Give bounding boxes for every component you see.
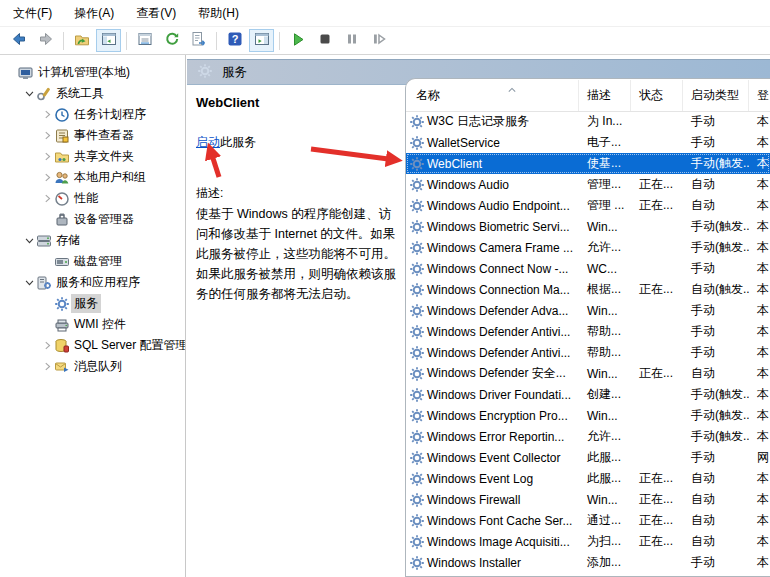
table-row[interactable]: W3C 日志记录服务为 In...手动本 [406, 111, 770, 132]
chevron-right-icon[interactable] [40, 109, 54, 120]
refresh-button[interactable] [159, 29, 184, 52]
table-row[interactable]: Windows Connection Ma...根据...正在...自动(触发.… [406, 279, 770, 300]
forward-button[interactable] [33, 29, 58, 52]
service-name-cell: Windows Error Reportin... [406, 429, 579, 445]
column-header-description[interactable]: 描述 [579, 80, 631, 111]
console-tree: 计算机管理(本地)系统工具任务计划程序事件查看器共享文件夹本地用户和组性能设备管… [0, 55, 186, 577]
show-action-pane-button[interactable] [249, 29, 274, 52]
chevron-right-icon[interactable] [40, 361, 54, 372]
table-row[interactable]: Windows Camera Frame ...允许...手动(触发...本 [406, 237, 770, 258]
menu-file[interactable]: 文件(F) [2, 0, 63, 27]
service-description-cell: Win... [579, 493, 631, 507]
sidebar-item[interactable]: SQL Server 配置管理器 [0, 335, 185, 356]
chevron-down-icon[interactable] [22, 235, 36, 246]
sidebar-item[interactable]: 存储 [0, 230, 185, 251]
service-startup-type-cell: 手动 [683, 344, 749, 361]
service-name: Windows Audio Endpoint... [427, 199, 570, 213]
table-row[interactable]: Windows Audio Endpoint...管理 ...正在...自动本 [406, 195, 770, 216]
sidebar-item[interactable]: 共享文件夹 [0, 146, 185, 167]
restart-service-button[interactable] [366, 29, 391, 52]
sidebar-item[interactable]: 服务和应用程序 [0, 272, 185, 293]
sidebar-item[interactable]: 事件查看器 [0, 125, 185, 146]
sidebar-item[interactable]: 服务 [0, 293, 185, 314]
sidebar-item[interactable]: 消息队列 [0, 356, 185, 377]
table-row[interactable]: Windows Biometric Servi...Win...手动(触发...… [406, 216, 770, 237]
service-status-cell: 正在... [631, 491, 683, 508]
sidebar-item[interactable]: 性能 [0, 188, 185, 209]
service-name: Windows Defender Antivi... [427, 346, 570, 360]
table-row[interactable]: Windows Installer添加...手动本 [406, 552, 770, 573]
sidebar-item[interactable]: 任务计划程序 [0, 104, 185, 125]
table-row[interactable]: Windows Defender Antivi...帮助...手动本 [406, 321, 770, 342]
back-button[interactable] [6, 29, 31, 52]
help-button[interactable]: ? [222, 29, 247, 52]
service-startup-type-cell: 手动(触发... [683, 155, 749, 172]
table-row[interactable]: Windows Encryption Pro...Win...手动(触发...本 [406, 405, 770, 426]
sidebar-item-label: 本地用户和组 [71, 168, 149, 187]
sidebar-item[interactable]: 磁盘管理 [0, 251, 185, 272]
pause-service-button[interactable] [339, 29, 364, 52]
chevron-right-icon[interactable] [40, 130, 54, 141]
table-row[interactable]: Windows Image Acquisiti...为扫...正在...自动本 [406, 531, 770, 552]
stop-service-button[interactable] [312, 29, 337, 52]
sidebar-item[interactable]: WMI 控件 [0, 314, 185, 335]
chevron-down-icon[interactable] [22, 277, 36, 288]
menu-action[interactable]: 操作(A) [63, 0, 125, 27]
export-list-button[interactable] [186, 29, 211, 52]
table-row[interactable]: WalletService电子...手动本 [406, 132, 770, 153]
action-pane-window-icon [254, 31, 270, 50]
table-row[interactable]: Windows FirewallWin...正在...自动本 [406, 489, 770, 510]
service-logon-as-cell: 本 [749, 113, 770, 130]
table-row[interactable]: Windows Error Reportin...允许...手动(触发...本 [406, 426, 770, 447]
table-row[interactable]: Windows Font Cache Ser...通过...正在...自动本 [406, 510, 770, 531]
table-row[interactable]: Windows Driver Foundati...创建...手动(触发...本 [406, 384, 770, 405]
table-row[interactable]: Windows Defender Adva...Win...手动本 [406, 300, 770, 321]
table-row[interactable]: WebClient使基...手动(触发...本 [406, 153, 770, 174]
chevron-right-icon[interactable] [40, 172, 54, 183]
service-logon-as-cell: 本 [749, 533, 770, 550]
table-row[interactable]: Windows Event Log此服...正在...自动本 [406, 468, 770, 489]
show-console-tree-button[interactable] [96, 29, 121, 52]
chevron-right-icon[interactable] [40, 340, 54, 351]
menu-view[interactable]: 查看(V) [125, 0, 187, 27]
up-one-level-button[interactable] [69, 29, 94, 52]
service-startup-type-cell: 手动 [683, 449, 749, 466]
table-row[interactable]: Windows Audio管理...正在...自动本 [406, 174, 770, 195]
properties-button[interactable] [132, 29, 157, 52]
column-header-name[interactable]: 名称 [406, 80, 579, 111]
column-header-startup-type[interactable]: 启动类型 [683, 80, 749, 111]
table-row[interactable] [406, 573, 770, 576]
service-gear-icon [409, 198, 425, 214]
chevron-down-icon[interactable] [22, 88, 36, 99]
sidebar-item[interactable]: 设备管理器 [0, 209, 185, 230]
table-row[interactable]: Windows Connect Now -...WC...手动本 [406, 258, 770, 279]
service-status-cell: 正在... [631, 365, 683, 382]
refresh-icon [164, 31, 180, 50]
chevron-right-icon[interactable] [40, 193, 54, 204]
service-name-cell: Windows Defender Adva... [406, 303, 579, 319]
sidebar-item[interactable]: 本地用户和组 [0, 167, 185, 188]
table-row[interactable]: Windows Defender Antivi...帮助...手动本 [406, 342, 770, 363]
table-row[interactable]: Windows Defender 安全...Win...正在...自动本 [406, 363, 770, 384]
menu-help[interactable]: 帮助(H) [187, 0, 250, 27]
performance-icon [54, 191, 71, 207]
service-gear-icon [409, 114, 425, 130]
chevron-right-icon[interactable] [40, 151, 54, 162]
start-service-link[interactable]: 启动 [196, 135, 220, 149]
sidebar-item[interactable]: 计算机管理(本地) [0, 62, 185, 83]
start-service-button[interactable] [285, 29, 310, 52]
service-logon-as-cell: 本 [749, 323, 770, 340]
sidebar-item-label: 性能 [71, 189, 101, 208]
table-row[interactable]: Windows Event Collector此服...手动网 [406, 447, 770, 468]
service-logon-as-cell: 本 [749, 512, 770, 529]
service-startup-type-cell: 手动 [683, 323, 749, 340]
sidebar-item[interactable]: 系统工具 [0, 83, 185, 104]
service-startup-type-cell: 手动 [683, 134, 749, 151]
sidebar-item-label: 计算机管理(本地) [35, 63, 133, 82]
service-name: Windows Firewall [427, 493, 520, 507]
service-description-cell: Win... [579, 304, 631, 318]
service-name-cell: Windows Font Cache Ser... [406, 513, 579, 529]
svg-text:?: ? [231, 33, 238, 45]
column-header-status[interactable]: 状态 [631, 80, 683, 111]
column-header-logon-as[interactable]: 登 [749, 80, 770, 111]
